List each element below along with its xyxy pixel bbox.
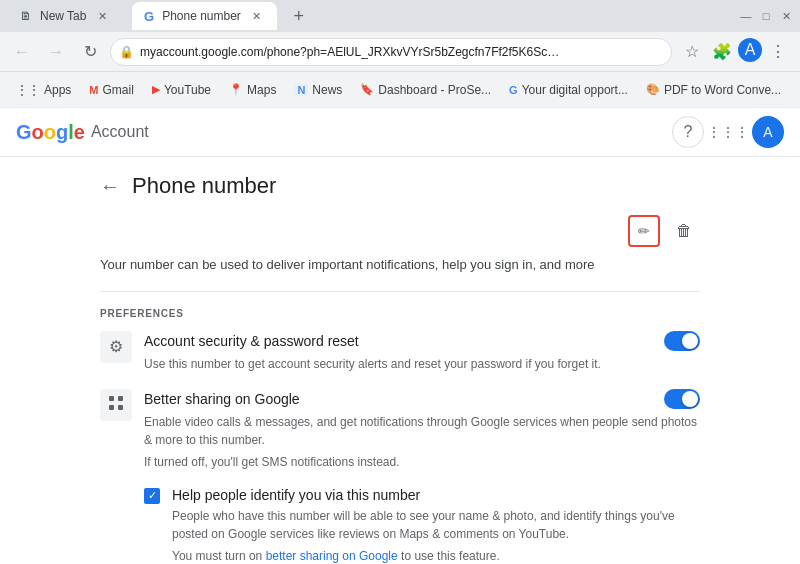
tab-close-active-btn[interactable]: ✕ [249, 8, 265, 24]
better-sharing-icon [100, 389, 132, 421]
bookmark-pdf-label: PDF to Word Conve... [664, 83, 781, 97]
address-input-wrapper[interactable]: 🔒 myaccount.google.com/phone?ph=AElUL_JR… [110, 38, 672, 66]
titlebar: 🗎 New Tab ✕ G Phone number ✕ + — □ ✕ [0, 0, 800, 32]
account-text: Account [91, 123, 149, 141]
bookmarks-bar: ⋮⋮ Apps M Gmail ▶ YouTube 📍 Maps N News … [0, 72, 800, 108]
avatar-initial: A [763, 124, 772, 140]
back-navigation-button[interactable]: ← [100, 175, 120, 198]
extensions-button[interactable]: 🧩 [708, 38, 736, 66]
dashboard-icon: 🔖 [360, 83, 374, 96]
close-button[interactable]: ✕ [780, 10, 792, 22]
main-content: ← Phone number ✏ 🗑 Your number can be us… [0, 157, 800, 564]
toggle-knob-1 [682, 333, 698, 349]
help-identify-checkbox[interactable]: ✓ [144, 488, 160, 504]
forward-button[interactable]: → [42, 38, 70, 66]
delete-phone-button[interactable]: 🗑 [668, 215, 700, 247]
preferences-section-label: PREFERENCES [100, 308, 700, 319]
addressbar: ← → ↻ 🔒 myaccount.google.com/phone?ph=AE… [0, 32, 800, 72]
digital-icon: G [509, 84, 518, 96]
help-button[interactable]: ? [672, 116, 704, 148]
ga-actions: ? ⋮⋮⋮ A [672, 116, 784, 148]
tab-label: New Tab [40, 9, 86, 23]
profile-button[interactable]: A [738, 38, 762, 62]
toggle-knob-2 [682, 391, 698, 407]
address-actions: ☆ 🧩 A ⋮ [678, 38, 792, 66]
better-sharing-header: Better sharing on Google [144, 389, 700, 409]
svg-rect-1 [118, 396, 123, 401]
better-sharing-desc: Enable video calls & messages, and get n… [144, 413, 700, 449]
help-identify-title: Help people identify you via this number [172, 487, 700, 503]
tab-favicon-google: G [144, 9, 154, 24]
bookmark-dashboard-label: Dashboard - ProSe... [378, 83, 491, 97]
page-title: Phone number [132, 173, 276, 199]
bookmark-pdf[interactable]: 🎨 PDF to Word Conve... [638, 79, 789, 101]
bookmark-apps-label: Apps [44, 83, 71, 97]
window-controls: — □ ✕ [740, 10, 792, 22]
bookmark-gmail-label: Gmail [103, 83, 134, 97]
youtube-icon: ▶ [152, 83, 160, 96]
tab-phone-number[interactable]: G Phone number ✕ [132, 2, 277, 30]
account-security-toggle[interactable] [664, 331, 700, 351]
bookmark-maps[interactable]: 📍 Maps [221, 79, 284, 101]
tab-close-btn[interactable]: ✕ [94, 8, 110, 24]
bookmark-youtube-label: YouTube [164, 83, 211, 97]
edit-pencil-icon: ✏ [638, 223, 650, 239]
bookmark-news[interactable]: N News [286, 79, 350, 101]
bookmark-digital[interactable]: G Your digital opport... [501, 79, 636, 101]
account-security-desc: Use this number to get account security … [144, 355, 700, 373]
reload-button[interactable]: ↻ [76, 38, 104, 66]
apps-icon: ⋮⋮ [16, 83, 40, 97]
bookmark-star-button[interactable]: ☆ [678, 38, 706, 66]
bookmark-maps-label: Maps [247, 83, 276, 97]
menu-button[interactable]: ⋮ [764, 38, 792, 66]
apps-grid-button[interactable]: ⋮⋮⋮ [712, 116, 744, 148]
lock-icon: 🔒 [119, 45, 134, 59]
gmail-icon: M [89, 84, 98, 96]
bookmark-digital-label: Your digital opport... [522, 83, 628, 97]
svg-rect-0 [109, 396, 114, 401]
better-sharing-item: Better sharing on Google Enable video ca… [100, 389, 700, 471]
page-header: ← Phone number [0, 157, 800, 215]
bookmark-gmail[interactable]: M Gmail [81, 79, 142, 101]
help-identify-desc: People who have this number will be able… [172, 507, 700, 543]
bookmark-news-label: News [312, 83, 342, 97]
back-button[interactable]: ← [8, 38, 36, 66]
svg-rect-2 [109, 405, 114, 410]
help-icon: ? [684, 123, 693, 141]
back-arrow-icon: ← [100, 175, 120, 198]
edit-phone-button[interactable]: ✏ [628, 215, 660, 247]
tab-new-tab[interactable]: 🗎 New Tab ✕ [8, 2, 128, 30]
phone-actions-row: ✏ 🗑 [100, 215, 700, 247]
gear-icon: ⚙ [109, 337, 123, 356]
maximize-button[interactable]: □ [760, 10, 772, 22]
bookmark-dashboard[interactable]: 🔖 Dashboard - ProSe... [352, 79, 499, 101]
bookmark-youtube[interactable]: ▶ YouTube [144, 79, 219, 101]
better-sharing-subdesc: If turned off, you'll get SMS notificati… [144, 453, 700, 471]
divider-1 [100, 291, 700, 292]
pdf-icon: 🎨 [646, 83, 660, 96]
help-identify-row: ✓ Help people identify you via this numb… [144, 487, 700, 563]
account-security-title: Account security & password reset [144, 333, 359, 349]
better-sharing-link[interactable]: better sharing on Google [266, 549, 398, 563]
bookmark-apps[interactable]: ⋮⋮ Apps [8, 79, 79, 101]
minimize-button[interactable]: — [740, 10, 752, 22]
svg-rect-3 [118, 405, 123, 410]
must-turn-on-note: You must turn on better sharing on Googl… [172, 549, 700, 563]
ga-logo: Google Account [16, 121, 149, 144]
phone-description: Your number can be used to deliver impor… [100, 255, 700, 275]
ga-header: Google Account ? ⋮⋮⋮ A [0, 108, 800, 157]
tab-favicon: 🗎 [20, 9, 32, 23]
news-icon: N [294, 84, 308, 96]
checkmark-icon: ✓ [148, 489, 157, 502]
delete-trash-icon: 🗑 [676, 222, 692, 240]
google-logo: Google [16, 121, 85, 144]
user-avatar[interactable]: A [752, 116, 784, 148]
share-icon [108, 395, 124, 414]
account-security-item: ⚙ Account security & password reset Use … [100, 331, 700, 373]
page: Google Account ? ⋮⋮⋮ A ← Phone number [0, 108, 800, 564]
new-tab-button[interactable]: + [285, 2, 313, 30]
account-security-icon: ⚙ [100, 331, 132, 363]
better-sharing-toggle[interactable] [664, 389, 700, 409]
maps-icon: 📍 [229, 83, 243, 96]
better-sharing-title: Better sharing on Google [144, 391, 300, 407]
